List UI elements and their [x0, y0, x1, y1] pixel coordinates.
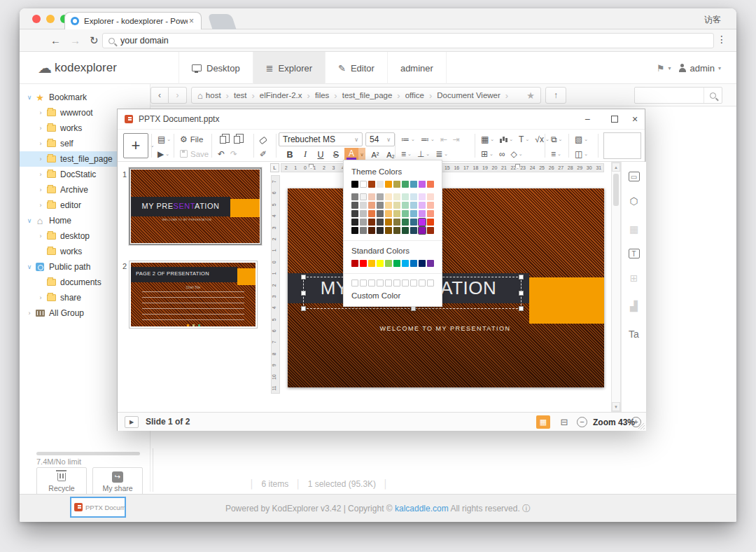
theme-variant-swatch[interactable]	[351, 219, 358, 226]
theme-variant-swatch[interactable]	[377, 219, 384, 226]
sidebar-item-bookmark[interactable]: ∨★Bookmark	[20, 90, 150, 105]
bookmark-star-icon[interactable]: ★	[524, 90, 535, 101]
tree-expand-icon[interactable]: ∨	[25, 94, 34, 101]
theme-variant-swatch[interactable]	[385, 202, 392, 209]
theme-color-swatch[interactable]	[419, 181, 426, 188]
reload-icon[interactable]: ↻	[90, 34, 99, 47]
slide-canvas[interactable]: MY PRESENTATION WELCOME TO MY PRESENTATI…	[288, 188, 604, 387]
theme-variant-swatch[interactable]	[402, 219, 409, 226]
slide-subtitle-text[interactable]: WELCOME TO MY PRESENTATION	[302, 325, 589, 332]
theme-variant-swatch[interactable]	[427, 202, 434, 209]
theme-variant-swatch[interactable]	[402, 202, 409, 209]
nav-tab-adminer[interactable]: adminer	[388, 52, 447, 84]
tree-collapse-icon[interactable]: ›	[36, 233, 45, 240]
slide-orange-shape[interactable]	[529, 277, 604, 324]
theme-variant-swatch[interactable]	[410, 193, 417, 200]
insert-chart-button[interactable]: ⌄	[498, 132, 515, 146]
theme-variant-swatch[interactable]	[377, 210, 384, 217]
theme-variant-swatch[interactable]	[419, 219, 426, 226]
theme-variant-swatch[interactable]	[402, 210, 409, 217]
standard-color-swatch[interactable]	[377, 260, 384, 267]
eraser-button[interactable]	[258, 132, 269, 146]
theme-variant-swatch[interactable]	[410, 202, 417, 209]
italic-button[interactable]: I	[298, 148, 312, 161]
language-flag-icon[interactable]: ⚑	[657, 63, 665, 74]
nav-tab-explorer[interactable]: ≣Explorer	[253, 52, 326, 84]
theme-color-swatch[interactable]	[402, 181, 409, 188]
theme-variant-swatch[interactable]	[427, 193, 434, 200]
paste-button[interactable]	[230, 132, 242, 146]
custom-color-button[interactable]: Custom Color	[351, 291, 434, 300]
theme-variant-swatch[interactable]	[402, 227, 409, 234]
theme-color-swatch[interactable]	[360, 181, 367, 188]
resize-grip[interactable]	[638, 423, 645, 429]
standard-color-swatch[interactable]	[419, 260, 426, 267]
recent-color-swatch[interactable]	[360, 280, 367, 287]
underline-button[interactable]: U	[314, 148, 328, 161]
tree-collapse-icon[interactable]: ›	[36, 186, 45, 193]
theme-variant-swatch[interactable]	[385, 219, 392, 226]
theme-variant-swatch[interactable]	[351, 210, 358, 217]
breadcrumb-segment[interactable]: test	[234, 91, 247, 99]
recent-color-swatch[interactable]	[402, 280, 409, 287]
theme-variant-swatch[interactable]	[385, 227, 392, 234]
recent-color-swatch[interactable]	[351, 280, 358, 287]
home-icon[interactable]: ⌂	[197, 90, 203, 101]
theme-variant-swatch[interactable]	[410, 219, 417, 226]
tree-collapse-icon[interactable]: ›	[36, 156, 45, 163]
theme-variant-swatch[interactable]	[351, 193, 358, 200]
recent-color-swatch[interactable]	[393, 280, 400, 287]
theme-color-swatch[interactable]	[377, 181, 384, 188]
theme-variant-swatch[interactable]	[351, 202, 358, 209]
doc-maximize-button[interactable]	[611, 116, 618, 123]
standard-color-swatch[interactable]	[351, 260, 358, 267]
standard-color-swatch[interactable]	[410, 260, 417, 267]
url-bar[interactable]: your domain	[102, 33, 714, 48]
info-icon[interactable]: ⓘ	[522, 504, 531, 513]
insert-textbox-button[interactable]: T⌄	[517, 132, 531, 146]
app-logo[interactable]: ☁ kodexplorer	[38, 60, 117, 76]
username-label[interactable]: admin	[690, 63, 715, 74]
breadcrumb-segment[interactable]: host	[206, 91, 221, 99]
search-box[interactable]	[634, 87, 722, 104]
standard-color-swatch[interactable]	[360, 260, 367, 267]
theme-variant-swatch[interactable]	[385, 193, 392, 200]
nav-back-button[interactable]: ‹	[150, 87, 169, 104]
bold-button[interactable]: B	[283, 148, 297, 161]
theme-variant-swatch[interactable]	[368, 219, 375, 226]
new-tab-button[interactable]	[207, 14, 236, 29]
tree-expand-icon[interactable]: ∨	[25, 217, 34, 224]
tree-collapse-icon[interactable]: ›	[36, 125, 45, 132]
theme-color-swatch[interactable]	[368, 181, 375, 188]
insert-textbox-tool[interactable]: T	[629, 249, 640, 258]
recent-color-swatch[interactable]	[419, 280, 426, 287]
nav-tab-editor[interactable]: ✎Editor	[326, 52, 388, 84]
theme-variant-swatch[interactable]	[427, 210, 434, 217]
forward-icon[interactable]: →	[70, 34, 80, 46]
theme-variant-swatch[interactable]	[393, 227, 400, 234]
numbered-list-button[interactable]: ≕⌄	[419, 132, 437, 146]
theme-color-swatch[interactable]	[385, 181, 392, 188]
tree-collapse-icon[interactable]: ›	[36, 171, 45, 178]
outline-menu-button[interactable]: ▤⌄	[155, 132, 173, 146]
mac-minimize-button[interactable]	[46, 15, 55, 23]
theme-variant-swatch[interactable]	[360, 227, 367, 234]
doc-close-button[interactable]: ×	[632, 113, 638, 125]
theme-variant-swatch[interactable]	[393, 202, 400, 209]
doc-minimize-button[interactable]: −	[584, 113, 590, 125]
recent-color-swatch[interactable]	[427, 280, 434, 287]
arrange-button[interactable]: ⧉⌄	[549, 132, 564, 146]
recent-color-swatch[interactable]	[385, 280, 392, 287]
standard-color-swatch[interactable]	[385, 260, 392, 267]
theme-variant-swatch[interactable]	[377, 227, 384, 234]
theme-variant-swatch[interactable]	[393, 210, 400, 217]
search-button[interactable]	[704, 88, 722, 103]
theme-variant-swatch[interactable]	[427, 227, 434, 234]
go-up-button[interactable]: ↑	[545, 87, 566, 104]
insert-image-button[interactable]: ▦⌄	[479, 132, 496, 146]
standard-color-swatch[interactable]	[368, 260, 375, 267]
theme-variant-swatch[interactable]	[377, 202, 384, 209]
user-avatar-icon[interactable]	[678, 64, 687, 72]
standard-color-swatch[interactable]	[393, 260, 400, 267]
canvas-scrollbar[interactable]: ▲ ▼	[611, 162, 621, 412]
